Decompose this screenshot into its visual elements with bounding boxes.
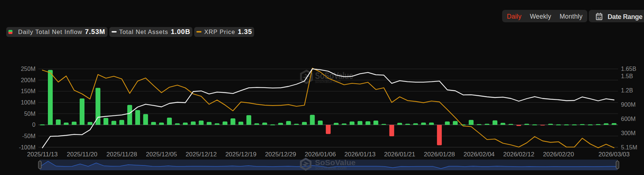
svg-text:1.65B: 1.65B [621, 66, 636, 72]
svg-text:2026/01/21: 2026/01/21 [384, 151, 415, 158]
svg-text:300M: 300M [621, 130, 636, 136]
svg-text:100M: 100M [21, 99, 35, 106]
svg-text:2025/12/19: 2025/12/19 [225, 151, 256, 158]
svg-text:-100M: -100M [19, 144, 35, 151]
svg-text:2026/02/04: 2026/02/04 [463, 151, 494, 158]
svg-text:2026/01/28: 2026/01/28 [424, 151, 455, 158]
svg-text:2026/03/03: 2026/03/03 [599, 151, 630, 158]
svg-text:2026/02/12: 2026/02/12 [503, 151, 534, 158]
svg-text:-50M: -50M [22, 133, 35, 139]
svg-text:900M: 900M [621, 102, 636, 108]
svg-text:2025/11/28: 2025/11/28 [106, 151, 137, 158]
svg-text:2026/01/13: 2026/01/13 [344, 151, 376, 158]
svg-text:2026/01/06: 2026/01/06 [305, 151, 336, 158]
svg-text:200M: 200M [21, 77, 35, 83]
svg-text:150M: 150M [21, 88, 35, 94]
svg-text:sosovalue.com: sosovalue.com [315, 165, 346, 171]
svg-text:2025/12/29: 2025/12/29 [265, 151, 296, 158]
svg-text:2025/11/20: 2025/11/20 [67, 151, 97, 158]
svg-text:sosovalue.com: sosovalue.com [315, 79, 341, 84]
svg-text:2025/12/12: 2025/12/12 [186, 151, 217, 158]
svg-text:2025/11/13: 2025/11/13 [27, 151, 58, 158]
svg-text:5.15M: 5.15M [621, 144, 637, 151]
svg-text:600M: 600M [621, 116, 636, 122]
svg-text:1.5B: 1.5B [621, 73, 633, 79]
svg-text:0: 0 [32, 122, 35, 128]
svg-text:50M: 50M [24, 111, 35, 117]
svg-text:1.2B: 1.2B [621, 87, 633, 94]
svg-text:2025/12/05: 2025/12/05 [146, 151, 177, 158]
svg-text:250M: 250M [21, 66, 35, 72]
svg-text:2026/02/20: 2026/02/20 [543, 151, 574, 158]
